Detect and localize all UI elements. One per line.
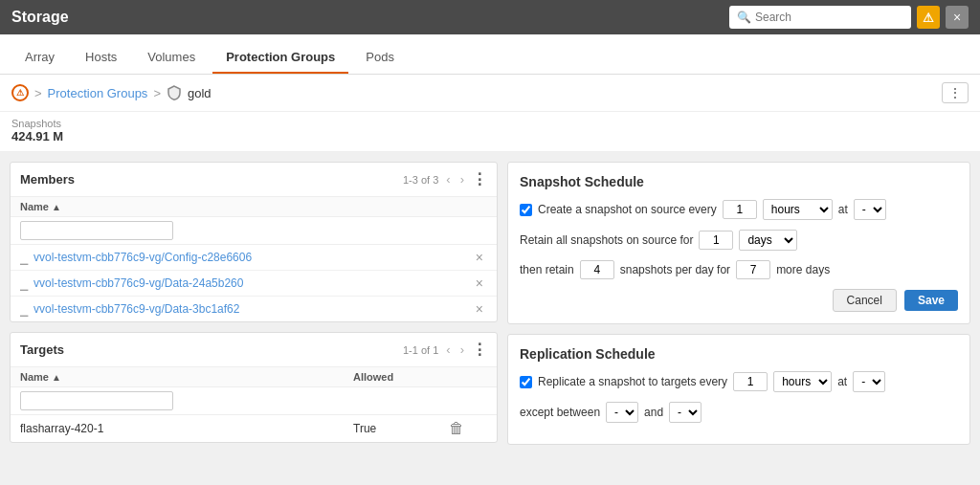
cancel-button[interactable]: Cancel: [833, 289, 897, 312]
replication-interval-input[interactable]: [733, 372, 768, 391]
snapshot-count-input[interactable]: [580, 260, 614, 279]
replication-checkbox[interactable]: [520, 376, 532, 388]
snapshot-schedule-content: Snapshot Schedule Create a snapshot on s…: [508, 163, 969, 323]
right-panel: Snapshot Schedule Create a snapshot on s…: [507, 162, 970, 476]
member-link-1[interactable]: ⎯ vvol-testvm-cbb776c9-vg/Config-c28e660…: [20, 250, 252, 265]
volume-icon-2: ⎯: [20, 276, 28, 291]
targets-page-info: 1-1 of 1: [403, 344, 438, 356]
members-more-button[interactable]: ⋮: [472, 170, 487, 188]
targets-col-allowed: Allowed: [353, 371, 449, 383]
replication-at-select[interactable]: -: [853, 371, 885, 392]
tab-protection-groups[interactable]: Protection Groups: [212, 42, 348, 74]
breadcrumb-current: gold: [188, 86, 212, 100]
member-name-3: vvol-testvm-cbb776c9-vg/Data-3bc1af62: [33, 302, 239, 316]
snapshot-per-day-label: snapshots per day for: [620, 263, 730, 276]
snapshot-row-1: Create a snapshot on source every hours …: [520, 199, 958, 220]
members-col-name: Name ▲: [20, 201, 61, 212]
member-row-1: ⎯ vvol-testvm-cbb776c9-vg/Config-c28e660…: [11, 245, 497, 271]
delete-target-1-icon[interactable]: 🗑: [449, 420, 487, 437]
stats-bar: Snapshots 424.91 M: [0, 112, 980, 152]
target-allowed-1: True: [353, 422, 449, 435]
snapshot-retain-label: Retain all snapshots on source for: [520, 233, 693, 247]
snapshot-retain-input[interactable]: [699, 231, 733, 250]
breadcrumb-home-icon[interactable]: ⚠: [11, 84, 29, 101]
app-title: Storage: [11, 9, 69, 26]
warning-button[interactable]: ⚠: [917, 6, 940, 29]
replication-schedule-card: Replication Schedule Replicate a snapsho…: [507, 334, 970, 445]
replication-row-2: except between - and -: [520, 402, 958, 423]
search-icon: 🔍: [737, 11, 751, 24]
targets-search-input[interactable]: [20, 391, 173, 410]
header-right: 🔍 ⚠ ×: [729, 6, 969, 29]
member-row-2: ⎯ vvol-testvm-cbb776c9-vg/Data-24a5b260 …: [11, 271, 497, 297]
tab-hosts[interactable]: Hosts: [72, 42, 130, 74]
tab-array[interactable]: Array: [11, 42, 68, 74]
breadcrumb-left: ⚠ > Protection Groups > gold: [11, 84, 212, 101]
snapshot-retain-unit-select[interactable]: days hours: [739, 230, 797, 251]
targets-prev-button[interactable]: ‹: [444, 342, 452, 357]
targets-more-button[interactable]: ⋮: [472, 341, 487, 359]
members-prev-button[interactable]: ‹: [444, 172, 452, 187]
snapshot-schedule-card: Snapshot Schedule Create a snapshot on s…: [507, 162, 970, 324]
snapshot-interval-input[interactable]: [723, 200, 757, 219]
replication-schedule-content: Replication Schedule Replicate a snapsho…: [508, 335, 969, 444]
replication-schedule-title: Replication Schedule: [520, 346, 958, 362]
sort-arrow: ▲: [52, 202, 61, 212]
remove-member-2-button[interactable]: ×: [472, 276, 487, 291]
snapshot-row-3: then retain snapshots per day for more d…: [520, 260, 958, 279]
volume-icon-3: ⎯: [20, 301, 28, 317]
snapshot-more-days-label: more days: [776, 263, 830, 276]
member-link-3[interactable]: ⎯ vvol-testvm-cbb776c9-vg/Data-3bc1af62: [20, 301, 239, 317]
member-name-1: vvol-testvm-cbb776c9-vg/Config-c28e6606: [33, 251, 252, 264]
targets-card-title: Targets: [20, 342, 64, 357]
members-card-header: Members 1-3 of 3 ‹ › ⋮: [11, 163, 497, 197]
breadcrumb-shield-icon: [167, 85, 182, 100]
members-page-info: 1-3 of 3: [403, 174, 438, 186]
save-button[interactable]: Save: [904, 290, 958, 311]
replication-except-label: except between: [520, 406, 600, 419]
search-box: 🔍: [729, 6, 911, 29]
stats-value: 424.91 M: [11, 129, 969, 143]
main-content: Members 1-3 of 3 ‹ › ⋮ Name ▲ ⎯ vvol-tes…: [0, 152, 980, 485]
replication-row-1: Replicate a snapshot to targets every ho…: [520, 371, 958, 392]
replication-and-select[interactable]: -: [669, 402, 702, 423]
targets-card-header: Targets 1-1 of 1 ‹ › ⋮: [11, 333, 497, 367]
snapshot-days-input[interactable]: [736, 260, 770, 279]
members-search-input[interactable]: [20, 221, 173, 240]
snapshot-row-2: Retain all snapshots on source for days …: [520, 230, 958, 251]
members-next-button[interactable]: ›: [458, 172, 466, 187]
tab-volumes[interactable]: Volumes: [134, 42, 209, 74]
snapshot-checkbox[interactable]: [520, 204, 532, 216]
close-icon: ×: [953, 10, 961, 25]
warning-icon: ⚠: [923, 11, 934, 25]
replication-unit-select[interactable]: hours days: [773, 371, 832, 392]
search-input[interactable]: [755, 11, 899, 24]
snapshot-buttons-row: Cancel Save: [520, 289, 958, 312]
close-button[interactable]: ×: [946, 6, 969, 29]
remove-member-1-button[interactable]: ×: [472, 250, 487, 265]
targets-card: Targets 1-1 of 1 ‹ › ⋮ Name ▲ Allowed fl…: [10, 332, 498, 443]
stats-label: Snapshots: [11, 118, 969, 129]
left-panel: Members 1-3 of 3 ‹ › ⋮ Name ▲ ⎯ vvol-tes…: [10, 162, 498, 476]
tab-pods[interactable]: Pods: [352, 42, 408, 74]
snapshot-at-select[interactable]: -: [854, 199, 886, 220]
snapshot-unit-select[interactable]: hours days minutes: [763, 199, 833, 220]
member-name-2: vvol-testvm-cbb776c9-vg/Data-24a5b260: [33, 276, 243, 290]
breadcrumb: ⚠ > Protection Groups > gold ⋮: [0, 75, 980, 112]
member-row-3: ⎯ vvol-testvm-cbb776c9-vg/Data-3bc1af62 …: [11, 297, 497, 321]
targets-table-header: Name ▲ Allowed: [11, 367, 497, 387]
members-card-title: Members: [20, 172, 75, 187]
breadcrumb-sep1: >: [34, 86, 42, 100]
replication-and-label: and: [644, 406, 663, 419]
target-name-1: flasharray-420-1: [20, 422, 353, 435]
targets-col-name: Name ▲: [20, 371, 353, 383]
member-link-2[interactable]: ⎯ vvol-testvm-cbb776c9-vg/Data-24a5b260: [20, 276, 243, 291]
replication-between-select[interactable]: -: [606, 402, 638, 423]
targets-search-row: [11, 387, 497, 415]
remove-member-3-button[interactable]: ×: [472, 301, 487, 317]
target-row-1: flasharray-420-1 True 🗑: [11, 415, 497, 442]
targets-next-button[interactable]: ›: [458, 342, 466, 357]
members-header-right: 1-3 of 3 ‹ › ⋮: [403, 170, 487, 188]
breadcrumb-link-protection-groups[interactable]: Protection Groups: [48, 86, 148, 100]
breadcrumb-more-button[interactable]: ⋮: [942, 82, 969, 103]
